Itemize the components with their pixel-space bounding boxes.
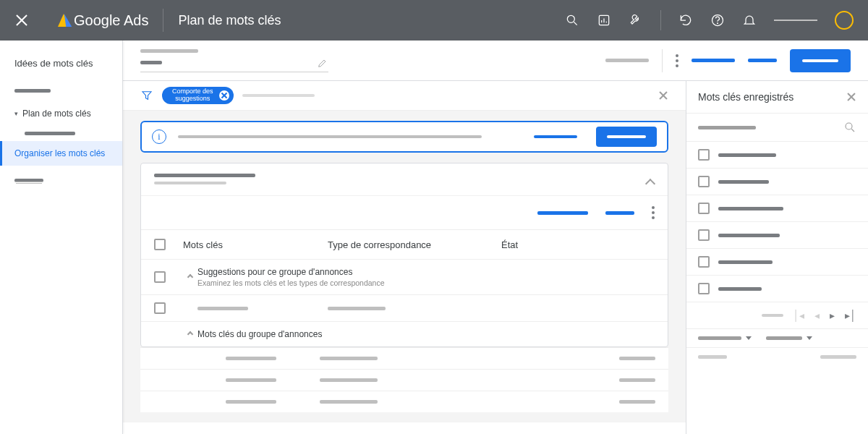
close-icon[interactable]	[846, 92, 856, 102]
reports-icon[interactable]	[597, 13, 611, 27]
info-text-placeholder	[178, 135, 482, 138]
cell-placeholder	[320, 357, 378, 360]
avatar[interactable]	[835, 11, 854, 30]
table-row[interactable]	[141, 294, 668, 321]
list-item[interactable]	[686, 195, 868, 222]
chevron-up-icon[interactable]	[187, 273, 193, 279]
sidebar: Idées de mots clés Plan de mots clés Org…	[0, 41, 123, 434]
toolbar-link-placeholder[interactable]	[692, 59, 735, 62]
column-match-type[interactable]: Type de correspondance	[328, 239, 501, 250]
app-body: Idées de mots clés Plan de mots clés Org…	[0, 41, 868, 434]
row-checkbox[interactable]	[698, 203, 710, 214]
notifications-icon[interactable]	[742, 13, 757, 27]
more-icon[interactable]	[652, 206, 655, 219]
item-label-placeholder	[718, 287, 762, 291]
sidebar-item-label: Plan de mots clés	[22, 109, 91, 119]
info-link-placeholder[interactable]	[534, 135, 577, 138]
page-title: Plan de mots clés	[178, 13, 281, 28]
svg-line-1	[574, 22, 577, 25]
list-item[interactable]	[686, 142, 868, 169]
header-divider	[163, 9, 163, 32]
row-checkbox[interactable]	[698, 229, 710, 241]
product-logo[interactable]: Google Ads	[58, 12, 148, 29]
list-item[interactable]	[686, 276, 868, 302]
row-checkbox[interactable]	[154, 302, 166, 314]
search-icon[interactable]	[565, 13, 579, 27]
sidebar-item-plan[interactable]: Plan de mots clés	[0, 101, 122, 126]
filter-bar: Comporte des suggestions	[123, 81, 686, 111]
filter-chip-suggestions[interactable]: Comporte des suggestions	[162, 87, 234, 104]
first-page-icon[interactable]: │◂	[793, 310, 805, 321]
card-link-placeholder[interactable]	[537, 211, 588, 215]
close-icon[interactable]	[658, 90, 668, 101]
more-icon[interactable]	[676, 54, 678, 67]
dropdown[interactable]	[698, 336, 752, 340]
row-checkbox[interactable]	[698, 256, 710, 268]
dropdown[interactable]	[766, 336, 812, 340]
app-header: Google Ads Plan de mots clés	[0, 0, 868, 41]
chip-label: Comporte des suggestions	[172, 88, 213, 103]
sidebar-item-organize[interactable]: Organiser les mots clés	[0, 141, 122, 166]
tools-icon[interactable]	[629, 13, 643, 27]
info-primary-button[interactable]	[596, 127, 657, 147]
sidebar-item-placeholder[interactable]	[14, 179, 43, 182]
row-checkbox[interactable]	[698, 283, 710, 294]
edit-icon[interactable]	[317, 57, 328, 69]
toolbar-text-placeholder	[605, 59, 649, 62]
sidebar-item-placeholder[interactable]	[14, 89, 51, 93]
prev-page-icon[interactable]: ◂	[814, 310, 820, 321]
row-checkbox[interactable]	[698, 176, 710, 187]
header-actions	[565, 10, 854, 30]
search-icon[interactable]	[843, 121, 856, 134]
list-item[interactable]	[686, 222, 868, 249]
column-keywords[interactable]: Mots clés	[183, 239, 328, 250]
content-wrap: Comporte des suggestions i	[123, 81, 868, 434]
chevron-up-icon[interactable]	[187, 331, 193, 337]
card-title-placeholder	[154, 174, 255, 177]
item-label-placeholder	[718, 207, 783, 210]
row-checkbox[interactable]	[154, 271, 166, 283]
filter-icon[interactable]	[140, 89, 153, 102]
suggestions-title: Suggestions pour ce groupe d'annonces Ex…	[197, 267, 655, 287]
product-name: Google Ads	[74, 12, 148, 29]
item-label-placeholder	[718, 180, 769, 184]
chevron-up-icon[interactable]	[644, 176, 655, 187]
list-item[interactable]	[686, 169, 868, 195]
help-icon[interactable]	[710, 13, 725, 27]
row-checkbox[interactable]	[698, 149, 710, 161]
card-header[interactable]	[141, 163, 668, 195]
chip-remove-icon[interactable]	[219, 90, 229, 101]
toolbar	[123, 41, 868, 81]
item-label-placeholder	[718, 234, 780, 237]
section-title: Suggestions pour ce groupe d'annonces	[197, 267, 655, 277]
toolbar-primary-button[interactable]	[790, 49, 851, 72]
select-all-checkbox[interactable]	[154, 239, 166, 250]
toolbar-link-placeholder[interactable]	[748, 59, 777, 62]
sidebar-heading: Idées de mots clés	[0, 52, 122, 80]
column-state[interactable]: État	[501, 239, 588, 250]
filter-hint-placeholder	[242, 94, 315, 97]
svg-point-9	[846, 123, 852, 129]
content: Comporte des suggestions i	[123, 81, 686, 434]
cell-placeholder	[226, 378, 276, 382]
panel-header: Mots clés enregistrés	[686, 81, 868, 114]
sidebar-subitem-placeholder[interactable]	[25, 132, 75, 135]
footer-placeholder	[698, 355, 727, 359]
card-actions	[141, 195, 668, 229]
dropdown-label-placeholder	[766, 336, 802, 340]
main-area: Comporte des suggestions i	[123, 41, 868, 434]
panel-search	[686, 114, 868, 142]
pager: │◂ ◂ ▸ ▸│	[686, 302, 868, 329]
last-page-icon[interactable]: ▸│	[845, 310, 856, 321]
next-page-icon[interactable]: ▸	[830, 310, 835, 321]
refresh-icon[interactable]	[678, 13, 693, 27]
card-link-placeholder[interactable]	[605, 211, 634, 215]
chevron-down-icon	[746, 336, 752, 340]
suggestions-section-row[interactable]: Suggestions pour ce groupe d'annonces Ex…	[141, 259, 668, 294]
close-icon[interactable]	[14, 13, 29, 27]
list-item[interactable]	[686, 249, 868, 276]
item-label-placeholder	[718, 260, 773, 264]
group-keywords-section-row[interactable]: Mots clés du groupe d'annonces	[141, 321, 668, 346]
footer-placeholder	[820, 355, 856, 359]
svg-line-10	[851, 129, 854, 132]
